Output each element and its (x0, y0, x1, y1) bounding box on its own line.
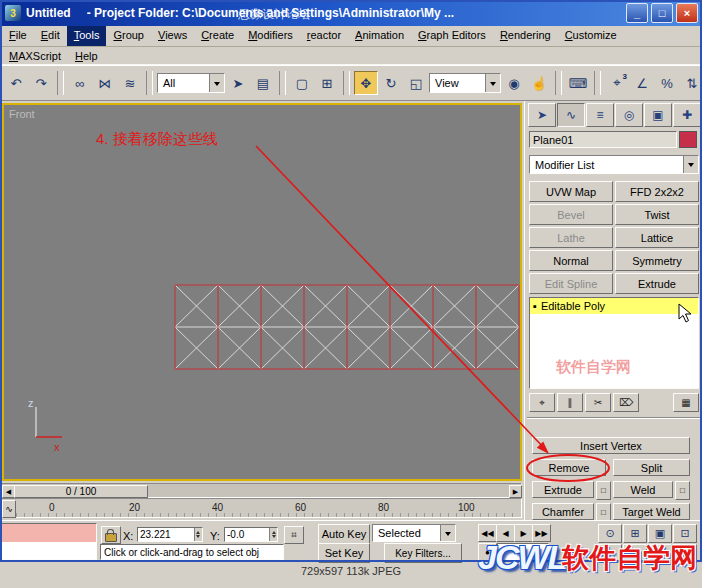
undo-icon[interactable]: ↶ (4, 71, 28, 95)
chevron-down-icon[interactable] (683, 156, 698, 173)
menu-item-file[interactable]: File (2, 26, 34, 46)
go-to-end-button[interactable]: ▶▶ (532, 524, 551, 542)
maximize-viewport-toggle-icon[interactable]: ◧ (673, 544, 697, 563)
stack-item-editable-poly[interactable]: ▪ Editable Poly (530, 298, 698, 314)
y-coordinate-field[interactable] (224, 527, 278, 542)
make-unique-icon[interactable]: ✂ (585, 393, 611, 412)
time-slider[interactable]: ◀ 0 / 100 ▶ (0, 483, 522, 498)
bevel-button[interactable]: Bevel (529, 204, 613, 225)
twist-button[interactable]: Twist (615, 204, 699, 225)
object-name-field[interactable] (529, 131, 677, 148)
modifier-list-dropdown[interactable]: Modifier List (529, 155, 699, 174)
transform-typein-toggle[interactable]: ⌗ (284, 526, 304, 544)
extrude-modifier-button[interactable]: Extrude (615, 273, 699, 294)
window-crossing-toggle-icon[interactable]: ⊞ (315, 71, 339, 95)
unlink-selection-icon[interactable]: ⋈ (93, 71, 117, 95)
menu-item-create[interactable]: Create (194, 26, 241, 46)
menu-item-views[interactable]: Views (151, 26, 194, 46)
symmetry-button[interactable]: Symmetry (615, 250, 699, 271)
pan-icon[interactable]: ✥ (623, 544, 647, 563)
selection-filter-dropdown[interactable]: All (157, 73, 225, 93)
spinner-icon[interactable] (269, 528, 277, 541)
menu-item-edit[interactable]: Edit (34, 26, 67, 46)
pin-stack-icon[interactable]: ⌖ (529, 393, 555, 412)
object-color-swatch[interactable] (679, 131, 697, 148)
time-slider-thumb[interactable]: 0 / 100 (14, 485, 148, 498)
menu-item-maxscript[interactable]: MAXScript (2, 47, 68, 64)
insert-vertex-button[interactable]: Insert Vertex (532, 437, 690, 454)
weld-settings-icon[interactable]: □ (675, 481, 690, 500)
ffd-2x2x2-button[interactable]: FFD 2x2x2 (615, 181, 699, 202)
zoom-extents-all-icon[interactable]: ⊡ (673, 524, 697, 543)
select-object-icon[interactable]: ➤ (226, 71, 250, 95)
configure-modifier-sets-icon[interactable]: ▦ (673, 393, 699, 412)
spinner-icon[interactable] (194, 528, 202, 541)
arc-rotate-icon[interactable]: ↻ (648, 544, 672, 563)
use-pivot-center-icon[interactable]: ◉ (502, 71, 526, 95)
go-to-start-button[interactable]: ◀◀ (478, 524, 497, 542)
previous-frame-button[interactable]: ◀ (496, 524, 515, 542)
chevron-down-icon[interactable] (485, 74, 500, 92)
x-coordinate-field[interactable] (137, 527, 203, 542)
play-button[interactable]: ▶ (514, 524, 533, 542)
current-frame-field[interactable]: 0 (497, 543, 549, 561)
zoom-extents-icon[interactable]: ▣ (648, 524, 672, 543)
menu-item-help[interactable]: Help (68, 47, 105, 64)
chevron-down-icon[interactable] (440, 525, 455, 541)
menu-item-customize[interactable]: Customize (558, 26, 624, 46)
split-button[interactable]: Split (613, 459, 690, 476)
front-viewport[interactable]: Front z x (2, 103, 522, 481)
target-weld-button[interactable]: Target Weld (613, 503, 690, 520)
reference-coordinate-dropdown[interactable]: View (429, 73, 501, 93)
hierarchy-tab-icon[interactable]: ≡ (586, 103, 614, 127)
percent-snap-icon[interactable]: % (655, 71, 679, 95)
remove-button[interactable]: Remove (532, 459, 606, 476)
menu-item-modifiers[interactable]: Modifiers (241, 26, 300, 46)
close-button[interactable]: × (676, 3, 698, 23)
set-key-button[interactable]: Set Key (318, 543, 370, 563)
show-end-result-icon[interactable]: ∥ (557, 393, 583, 412)
bind-to-space-warp-icon[interactable]: ≋ (118, 71, 142, 95)
keyboard-shortcut-override-icon[interactable]: ⌨ (566, 71, 590, 95)
chevron-down-icon[interactable] (209, 74, 224, 92)
lattice-button[interactable]: Lattice (615, 227, 699, 248)
menu-item-reactor[interactable]: reactor (300, 26, 348, 46)
extrude-button[interactable]: Extrude (532, 481, 594, 498)
lathe-button[interactable]: Lathe (529, 227, 613, 248)
create-tab-icon[interactable]: ➤ (528, 103, 556, 127)
track-bar[interactable]: ∿ 0 20 40 60 80 100 (0, 498, 522, 518)
select-and-manipulate-icon[interactable]: ☝ (527, 71, 551, 95)
rectangular-selection-region-icon[interactable]: ▢ (290, 71, 314, 95)
select-and-move-icon[interactable]: ✥ (354, 71, 378, 95)
redo-icon[interactable]: ↷ (29, 71, 53, 95)
maximize-button[interactable]: □ (651, 3, 673, 23)
auto-key-button[interactable]: Auto Key (318, 524, 370, 544)
remove-modifier-icon[interactable]: ⌦ (613, 393, 639, 412)
select-and-scale-icon[interactable]: ◱ (404, 71, 428, 95)
zoom-icon[interactable]: ⊙ (598, 524, 622, 543)
region-zoom-icon[interactable]: ◱ (598, 544, 622, 563)
weld-button[interactable]: Weld (613, 481, 673, 498)
zoom-all-icon[interactable]: ⊞ (623, 524, 647, 543)
minimize-button[interactable]: _ (626, 3, 648, 23)
motion-tab-icon[interactable]: ◎ (615, 103, 643, 127)
key-mode-toggle[interactable]: ● (478, 543, 497, 561)
uvw-map-button[interactable]: UVW Map (529, 181, 613, 202)
named-selection-dropdown[interactable]: Selected (372, 524, 456, 542)
normal-button[interactable]: Normal (529, 250, 613, 271)
lock-selection-toggle[interactable] (101, 526, 121, 544)
menu-item-tools[interactable]: Tools (67, 26, 107, 46)
mini-curve-editor-icon[interactable]: ∿ (2, 500, 16, 518)
select-and-link-icon[interactable]: ∞ (68, 71, 92, 95)
menu-item-rendering[interactable]: Rendering (493, 26, 558, 46)
select-by-name-icon[interactable]: ▤ (251, 71, 275, 95)
menu-item-group[interactable]: Group (106, 26, 151, 46)
spinner-snap-icon[interactable]: ⇅ (680, 71, 702, 95)
display-tab-icon[interactable]: ▣ (644, 103, 672, 127)
select-and-rotate-icon[interactable]: ↻ (379, 71, 403, 95)
time-slider-right-arrow[interactable]: ▶ (509, 485, 522, 498)
menu-item-animation[interactable]: Animation (348, 26, 411, 46)
extrude-settings-icon[interactable]: □ (596, 481, 611, 500)
angle-snap-icon[interactable]: ∠ (630, 71, 654, 95)
chamfer-button[interactable]: Chamfer (532, 503, 594, 520)
